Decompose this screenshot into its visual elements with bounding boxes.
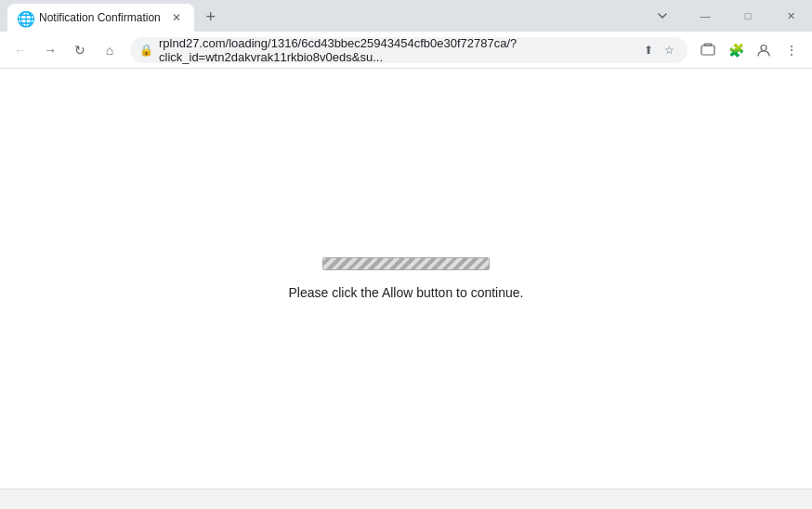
reload-button[interactable]: ↻: [67, 37, 93, 63]
window-controls: — □ ✕: [641, 0, 812, 32]
tab-close-button[interactable]: ✕: [168, 9, 185, 26]
tab-title: Notification Confirmation: [39, 11, 161, 24]
svg-rect-1: [704, 44, 712, 46]
new-tab-button[interactable]: +: [198, 4, 224, 30]
title-bar: 🌐 Notification Confirmation ✕ + — □ ✕: [0, 0, 812, 32]
close-button[interactable]: ✕: [769, 1, 812, 31]
toolbar-actions: 🧩 ⋮: [695, 37, 805, 63]
active-tab[interactable]: 🌐 Notification Confirmation ✕: [7, 4, 194, 32]
bookmark-button[interactable]: ☆: [660, 41, 678, 59]
browser-window: 🌐 Notification Confirmation ✕ + — □ ✕ ← …: [0, 0, 812, 509]
extensions-button[interactable]: 🧩: [723, 37, 749, 63]
tab-search-button[interactable]: [641, 1, 684, 31]
toolbar: ← → ↻ ⌂ 🔒 rplnd27.com/loading/1316/6cd43…: [0, 32, 812, 69]
forward-button[interactable]: →: [37, 37, 63, 63]
back-button[interactable]: ←: [7, 37, 33, 63]
address-actions: ⬆ ☆: [639, 41, 678, 59]
loading-message: Please click the Allow button to continu…: [289, 285, 524, 300]
address-bar[interactable]: 🔒 rplnd27.com/loading/1316/6cd43bbec2594…: [130, 37, 688, 63]
menu-button[interactable]: ⋮: [779, 37, 805, 63]
loading-bar: [322, 257, 490, 270]
svg-point-2: [761, 45, 766, 50]
tabs-area: 🌐 Notification Confirmation ✕ +: [0, 0, 224, 32]
page-content: Please click the Allow button to continu…: [0, 69, 812, 489]
screenshot-button[interactable]: [695, 37, 721, 63]
tab-favicon: 🌐: [17, 10, 32, 25]
share-button[interactable]: ⬆: [639, 41, 658, 59]
svg-rect-0: [701, 46, 714, 55]
home-button[interactable]: ⌂: [97, 37, 123, 63]
lock-icon: 🔒: [139, 44, 153, 57]
maximize-button[interactable]: □: [727, 1, 769, 31]
profile-button[interactable]: [751, 37, 777, 63]
loading-bar-fill: [323, 258, 489, 269]
url-text: rplnd27.com/loading/1316/6cd43bbec259434…: [159, 36, 634, 64]
status-bar: [0, 489, 812, 509]
minimize-button[interactable]: —: [684, 1, 727, 31]
